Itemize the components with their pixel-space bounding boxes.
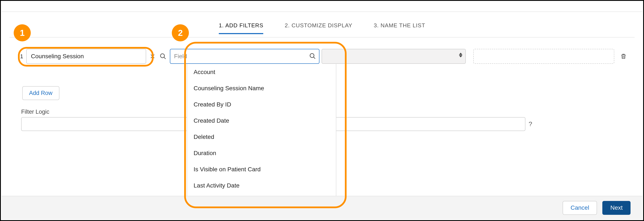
top-divider [2, 11, 642, 12]
search-icon[interactable] [309, 53, 316, 59]
next-button[interactable]: Next [602, 201, 630, 215]
help-icon[interactable]: ? [528, 120, 532, 128]
callout-badge-2: 2 [172, 24, 189, 41]
add-row-button[interactable]: Add Row [22, 86, 60, 100]
svg-line-5 [314, 57, 315, 59]
filter-logic-label: Filter Logic [21, 109, 49, 115]
cancel-button[interactable]: Cancel [562, 201, 597, 215]
dropdown-item-account[interactable]: Account [187, 64, 336, 80]
svg-point-4 [310, 53, 314, 58]
dropdown-item-created-by-id[interactable]: Created By ID [187, 96, 336, 113]
dropdown-item-created-date[interactable]: Created Date [187, 113, 336, 129]
wizard-step-add-filters[interactable]: 1. ADD FILTERS [219, 22, 264, 34]
svg-line-3 [164, 57, 166, 59]
dropdown-item-duration[interactable]: Duration [187, 145, 336, 161]
svg-point-2 [160, 54, 164, 58]
object-input[interactable]: Counseling Session [26, 49, 146, 64]
wizard-step-customize-display[interactable]: 2. CUSTOMIZE DISPLAY [284, 22, 352, 34]
object-input-value: Counseling Session [31, 53, 84, 60]
row-number: 1 [20, 53, 24, 60]
wizard-divider [10, 37, 634, 37]
field-input[interactable]: Field [170, 49, 320, 64]
dropdown-item-counseling-session-name[interactable]: Counseling Session Name [187, 80, 336, 96]
search-icon[interactable] [160, 53, 168, 60]
field-input-wrap: Field [170, 49, 320, 64]
operator-select[interactable] [322, 49, 466, 64]
dropdown-item-is-visible-on-patient-card[interactable]: Is Visible on Patient Card [187, 161, 336, 178]
field-dropdown: Account Counseling Session Name Created … [187, 64, 336, 210]
value-input[interactable] [473, 49, 614, 64]
clear-icon[interactable] [150, 53, 158, 59]
wizard-steps: 1. ADD FILTERS 2. CUSTOMIZE DISPLAY 3. N… [1, 22, 643, 34]
footer: Cancel Next [2, 196, 642, 219]
stepper-arrows-icon [459, 53, 462, 57]
field-input-placeholder: Field [174, 53, 187, 60]
filter-row: 1 Counseling Session Field [20, 49, 630, 64]
delete-icon[interactable] [620, 53, 630, 60]
dropdown-item-deleted[interactable]: Deleted [187, 129, 336, 145]
dropdown-item-last-activity-date[interactable]: Last Activity Date [187, 178, 336, 194]
callout-badge-1: 1 [14, 24, 31, 41]
wizard-step-name-list[interactable]: 3. NAME THE LIST [374, 22, 425, 34]
